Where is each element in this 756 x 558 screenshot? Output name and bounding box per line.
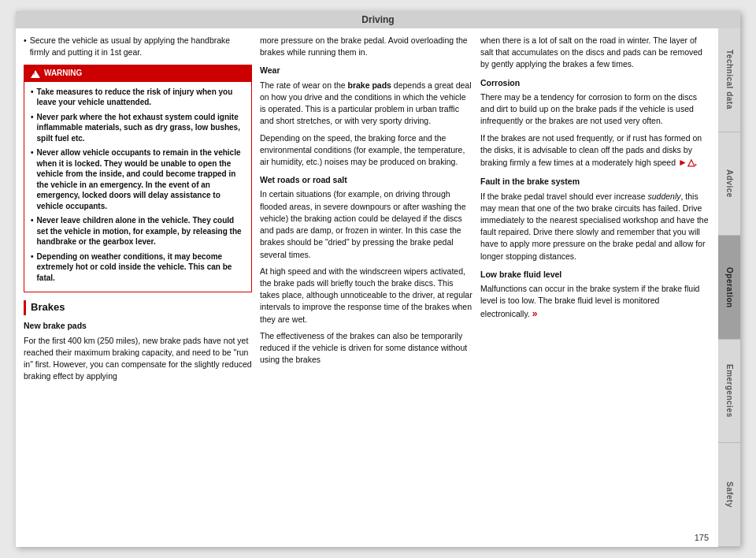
header-bar: Driving xyxy=(16,11,740,28)
warning-header: WARNING xyxy=(24,65,251,82)
right-column: when there is a lot of salt on the road … xyxy=(480,35,710,541)
new-brake-pads-text: For the first 400 km (250 miles), new br… xyxy=(24,335,252,383)
sidebar-tab-technical-data[interactable]: Technical data xyxy=(718,28,740,132)
warning-content: Take measures to reduce the risk of inju… xyxy=(24,82,251,292)
low-fluid-text: Malfunctions can occur in the brake syst… xyxy=(480,283,710,321)
corrosion-header: Corrosion xyxy=(480,77,710,89)
fault-text: If the brake pedal travel should ever in… xyxy=(480,191,710,262)
depending-text: Depending on the speed, the braking forc… xyxy=(260,132,472,169)
effectiveness-text: The effectiveness of the brakes can also… xyxy=(260,330,472,366)
chevron-right-icon: ►△. xyxy=(678,157,697,168)
warning-bullet-1: Take measures to reduce the risk of inju… xyxy=(31,87,245,108)
wet-roads-text: In certain situations (for example, on d… xyxy=(260,188,472,260)
high-speed-text: At high speed and with the windscreen wi… xyxy=(260,266,472,326)
page-container: Driving Secure the vehicle as usual by a… xyxy=(16,11,740,547)
corrosion-text-2: If the brakes are not used frequently, o… xyxy=(480,132,710,170)
wear-header: Wear xyxy=(260,65,472,76)
right-sidebar: Technical data Advice Operation Emergenc… xyxy=(718,28,740,547)
sidebar-tab-emergencies[interactable]: Emergencies xyxy=(718,340,740,444)
left-column: Secure the vehicle as usual by applying … xyxy=(24,35,252,541)
low-fluid-header: Low brake fluid level xyxy=(480,269,710,281)
wet-roads-header: Wet roads or road salt xyxy=(260,174,472,186)
warning-bullet-5: Depending on weather conditions, it may … xyxy=(31,251,245,284)
brake-intro-cont: more pressure on the brake pedal. Avoid … xyxy=(260,35,472,58)
brakes-header: Brakes xyxy=(24,300,252,315)
warning-bullet-4: Never leave children alone in the vehicl… xyxy=(31,215,245,247)
warning-label: WARNING xyxy=(44,68,82,80)
warning-bullet-2: Never park where the hot exhaust system … xyxy=(31,112,245,144)
sidebar-tab-advice[interactable]: Advice xyxy=(718,132,740,236)
page-number: 175 xyxy=(695,533,709,542)
main-content: Secure the vehicle as usual by applying … xyxy=(16,28,740,547)
salt-text: when there is a lot of salt on the road … xyxy=(480,35,710,71)
warning-triangle-icon xyxy=(31,70,40,78)
header-title: Driving xyxy=(361,14,394,25)
warning-bullet-3: Never allow vehicle occupants to remain … xyxy=(31,147,245,211)
intro-bullet-1: Secure the vehicle as usual by applying … xyxy=(24,35,252,58)
closing-chevron-icon: » xyxy=(532,308,538,319)
corrosion-text-1: There may be a tendency for corrosion to… xyxy=(480,91,710,128)
new-brake-pads-header: New brake pads xyxy=(24,320,252,332)
brakes-section: Brakes New brake pads For the first 400 … xyxy=(24,300,252,382)
warning-box: WARNING Take measures to reduce the risk… xyxy=(24,65,252,292)
wear-text: The rate of wear on the brake pads depen… xyxy=(260,80,472,128)
middle-column: more pressure on the brake pedal. Avoid … xyxy=(260,35,472,541)
sidebar-tab-safety[interactable]: Safety xyxy=(718,443,740,547)
content-area: Secure the vehicle as usual by applying … xyxy=(16,28,718,547)
fault-header: Fault in the brake system xyxy=(480,176,710,188)
sidebar-tab-operation[interactable]: Operation xyxy=(718,236,740,340)
